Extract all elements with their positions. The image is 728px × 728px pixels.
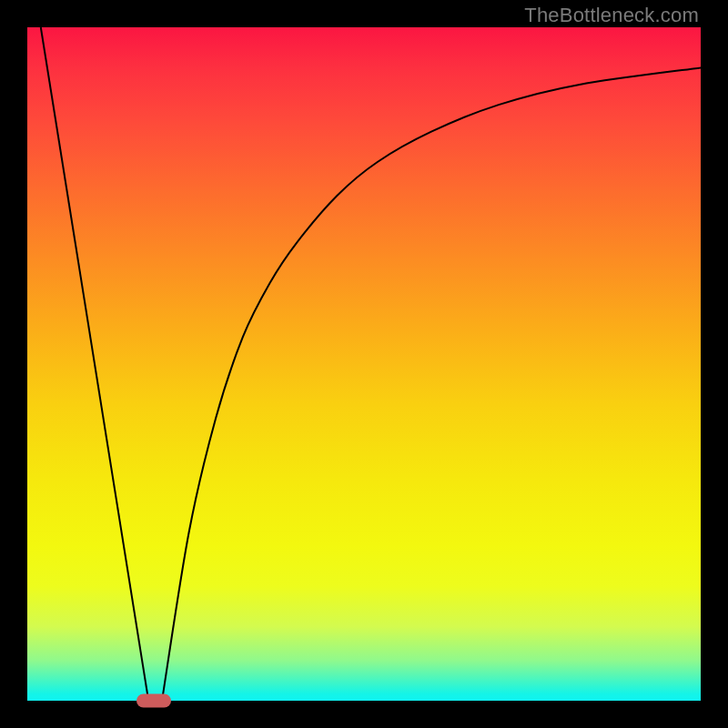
plot-area <box>27 27 701 701</box>
curve-layer <box>27 27 701 701</box>
chart-frame: TheBottleneck.com <box>0 0 728 728</box>
left-branch-line <box>41 27 148 701</box>
bottleneck-marker <box>136 694 171 708</box>
right-branch-line <box>162 67 701 701</box>
watermark-text: TheBottleneck.com <box>524 4 699 27</box>
